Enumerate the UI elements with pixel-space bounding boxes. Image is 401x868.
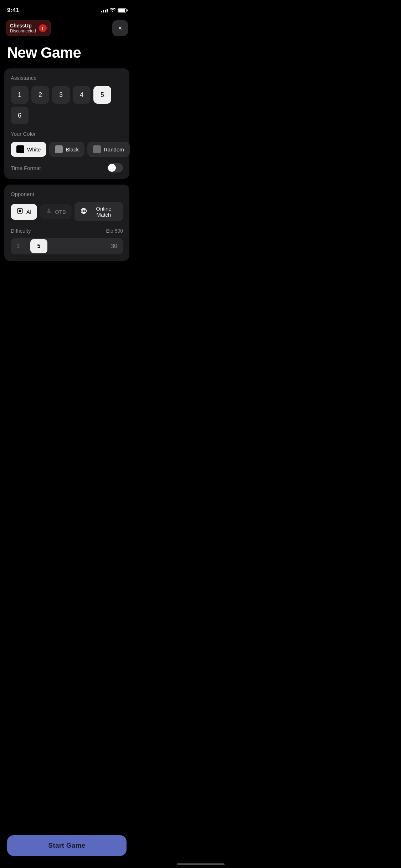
status-icons xyxy=(101,8,127,13)
opponent-ai-btn[interactable]: AI xyxy=(11,204,37,220)
time-format-row: Time Format xyxy=(11,163,123,172)
white-swatch xyxy=(16,145,24,153)
battery-icon xyxy=(118,8,127,12)
difficulty-header: Difficulty Elo 500 xyxy=(11,228,123,234)
color-buttons: White Black Random xyxy=(11,142,123,157)
close-button[interactable]: × xyxy=(112,20,128,36)
opponent-otb-btn[interactable]: OTB xyxy=(40,204,72,219)
toggle-knob xyxy=(108,164,116,172)
assistance-btn-5[interactable]: 5 xyxy=(93,86,111,104)
color-white-btn[interactable]: White xyxy=(11,142,46,157)
assistance-btn-6[interactable]: 6 xyxy=(11,107,29,124)
app-name: ChessUp xyxy=(10,23,36,29)
status-time: 9:41 xyxy=(7,7,19,14)
random-label: Random xyxy=(104,146,124,153)
signal-icon xyxy=(101,8,108,12)
color-label: Your Color xyxy=(11,131,123,137)
slider-min: 1 xyxy=(16,243,20,249)
difficulty-slider-container[interactable]: 1 30 5 xyxy=(11,238,123,254)
opponent-online-btn[interactable]: Online Match xyxy=(74,202,123,221)
opponent-buttons: AI OTB Online Ma xyxy=(11,202,123,221)
white-label: White xyxy=(27,146,41,153)
opponent-label: Opponent xyxy=(11,191,123,197)
assistance-btn-3[interactable]: 3 xyxy=(52,86,70,104)
person-icon xyxy=(46,208,52,216)
close-icon: × xyxy=(118,25,122,32)
page-title: New Game xyxy=(0,41,134,68)
assistance-btn-4[interactable]: 4 xyxy=(73,86,91,104)
assistance-card: Assistance 1 2 3 4 5 6 Your Color White … xyxy=(4,68,129,179)
svg-rect-1 xyxy=(19,210,21,212)
chessup-badge: ChessUp Disconnected ! xyxy=(6,20,51,36)
difficulty-label: Difficulty xyxy=(11,228,31,234)
chip-icon xyxy=(16,207,24,216)
black-label: Black xyxy=(66,146,79,153)
time-format-label: Time Format xyxy=(11,165,41,171)
status-bar: 9:41 xyxy=(0,0,134,16)
elo-text: Elo 500 xyxy=(106,228,123,234)
online-label: Online Match xyxy=(90,206,117,218)
color-random-btn[interactable]: Random xyxy=(87,142,130,157)
globe-icon xyxy=(80,207,87,216)
slider-max: 30 xyxy=(111,243,117,249)
alert-icon: ! xyxy=(39,24,47,32)
color-black-btn[interactable]: Black xyxy=(49,142,84,157)
wifi-icon xyxy=(110,8,115,13)
color-section: Your Color White Black Random xyxy=(11,131,123,157)
opponent-card: Opponent xyxy=(4,185,129,261)
svg-point-14 xyxy=(48,208,50,211)
assistance-label: Assistance xyxy=(11,75,123,81)
slider-thumb: 5 xyxy=(30,239,47,253)
chessup-text: ChessUp Disconnected xyxy=(10,23,36,33)
connection-status: Disconnected xyxy=(10,29,36,33)
random-swatch xyxy=(93,145,101,153)
ai-label: AI xyxy=(26,209,31,215)
assistance-buttons: 1 2 3 4 5 6 xyxy=(11,86,123,124)
black-swatch xyxy=(55,145,63,153)
time-format-toggle[interactable] xyxy=(107,163,123,172)
assistance-btn-2[interactable]: 2 xyxy=(31,86,49,104)
otb-label: OTB xyxy=(55,209,66,215)
assistance-btn-1[interactable]: 1 xyxy=(11,86,29,104)
header-row: ChessUp Disconnected ! × xyxy=(0,16,134,41)
